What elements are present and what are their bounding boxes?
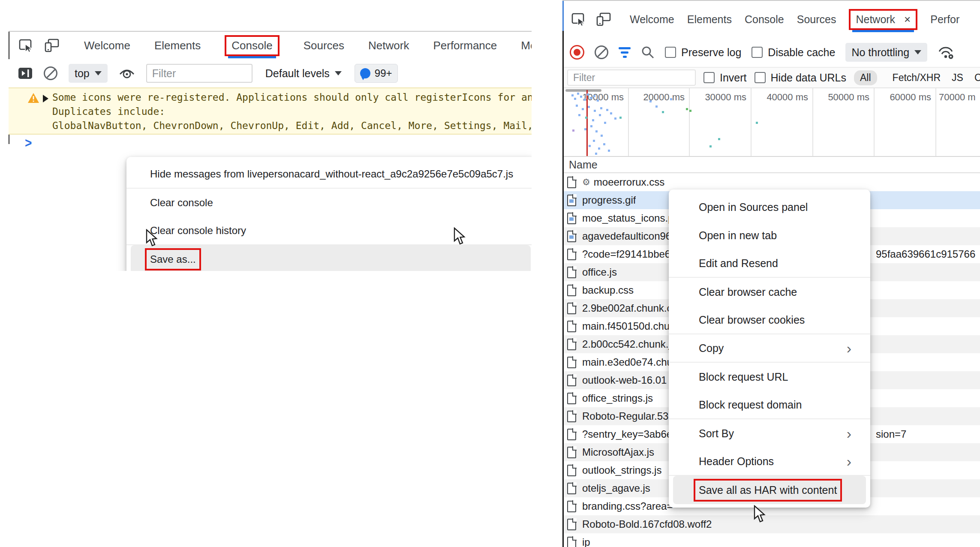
context-menu-item[interactable]: Clear browser cache [669, 278, 870, 306]
console-prompt-chevron[interactable]: > [25, 135, 32, 150]
inspect-element-icon[interactable] [19, 39, 33, 52]
request-name: oteljs_agave.js [582, 482, 650, 494]
invert-checkbox[interactable] [703, 72, 715, 83]
menu-item-label: Save as... [150, 253, 196, 265]
disable-cache-checkbox[interactable] [752, 47, 763, 58]
name-column-header[interactable]: Name [564, 157, 980, 173]
right-tab[interactable]: Elements [687, 13, 732, 26]
right-tab[interactable]: Perfor [930, 13, 959, 26]
hide-data-urls-group: Hide data URLs [755, 72, 846, 84]
file-icon [567, 411, 576, 422]
invert-label: Invert [720, 72, 747, 84]
timeline-tick-label: 30000 ms [686, 92, 746, 103]
menu-item-label: Clear console [150, 197, 213, 209]
timeline-tick-label: 70000 m [939, 92, 980, 103]
timeline-request-dot [595, 130, 598, 132]
request-type-filter[interactable]: Fetch/XHR [893, 72, 941, 84]
filter-all-pill[interactable]: All [854, 70, 877, 85]
throttling-dropdown[interactable]: No throttling [845, 43, 927, 62]
context-menu-item[interactable]: Header Options › [669, 448, 870, 476]
search-icon[interactable] [641, 45, 655, 59]
warning-line-2: Duplicates include: [52, 106, 165, 117]
context-selector[interactable]: top [69, 64, 108, 83]
file-icon [567, 249, 576, 260]
network-overview-timeline[interactable]: 10000 ms20000 ms30000 ms40000 ms50000 ms… [564, 88, 980, 157]
request-type-filter[interactable]: C [974, 72, 980, 84]
left-tab[interactable]: Welcome [84, 39, 130, 52]
context-menu-item[interactable]: Clear console [126, 189, 532, 217]
context-menu-item[interactable]: Open in Sources panel [669, 193, 870, 221]
device-toolbar-icon[interactable] [596, 12, 611, 26]
tab-label: Network [368, 39, 409, 52]
context-menu-item[interactable]: Block request domain [669, 391, 870, 419]
left-tab[interactable]: Console [225, 35, 279, 56]
device-toolbar-icon[interactable] [45, 39, 59, 52]
left-tab[interactable]: Elements [154, 39, 201, 52]
timeline-request-dot [576, 105, 578, 107]
menu-item-label: Edit and Resend [699, 257, 778, 270]
context-menu-item[interactable]: Sort By › [669, 419, 870, 448]
hide-data-urls-checkbox[interactable] [755, 72, 766, 83]
right-tabs: Welcome Elements Console Sources [630, 9, 959, 30]
context-menu-item[interactable]: Open in new tab [669, 221, 870, 249]
request-row[interactable]: ⚙ moeerrorux.css [564, 173, 980, 191]
request-row[interactable]: Roboto-Bold.167cfd08.woff2 [564, 515, 980, 533]
right-tab[interactable]: Console [745, 13, 784, 26]
console-sidebar-icon[interactable] [18, 67, 33, 79]
right-tab[interactable]: Welcome [630, 13, 674, 26]
live-expression-eye-icon[interactable] [119, 67, 135, 79]
context-menu-item[interactable]: Clear console history [126, 217, 532, 245]
clear-network-log-icon[interactable] [595, 45, 608, 59]
expand-triangle-icon[interactable] [43, 95, 48, 102]
request-name: ?code=f29141bbe6 [582, 248, 670, 260]
left-tab[interactable]: Sources [304, 39, 344, 52]
tab-label: Network [856, 13, 895, 25]
disable-cache-label: Disable cache [768, 46, 835, 59]
right-tab-bar: Welcome Elements Console Sources [564, 1, 980, 38]
log-levels-dropdown[interactable]: Default levels [265, 67, 342, 80]
record-network-log-icon[interactable] [570, 45, 584, 60]
clear-console-icon[interactable] [44, 66, 57, 80]
context-menu-item[interactable]: Clear browser cookies [669, 306, 870, 334]
context-menu-item[interactable]: Hide messages from livepersonacard_witho… [126, 160, 532, 189]
warning-line-1: Some icons were re-registered. Applicati… [52, 92, 532, 103]
timeline-request-dot [686, 108, 688, 110]
request-name: outlook-web-16.01 [582, 374, 667, 386]
filter-funnel-icon[interactable] [619, 47, 631, 58]
invert-group: Invert [703, 72, 747, 84]
left-tab[interactable]: Performance [433, 39, 497, 52]
timeline-request-dot [578, 114, 580, 116]
timeline-request-dot [718, 138, 720, 140]
network-filter-input[interactable] [567, 69, 696, 86]
issues-count: 99+ [375, 67, 392, 79]
context-menu-item[interactable]: Block request URL [669, 363, 870, 391]
issues-badge[interactable]: 99+ [355, 64, 398, 83]
menu-item-label: Clear console history [150, 225, 246, 237]
context-menu-item[interactable]: Save as... [131, 245, 531, 271]
left-tab[interactable]: Memory [521, 39, 532, 52]
timeline-request-dot [589, 145, 591, 147]
inspect-element-icon[interactable] [571, 12, 586, 26]
request-name: outlook_strings.js [582, 464, 661, 476]
timeline-request-dot [662, 111, 664, 113]
tab-label: Console [231, 39, 272, 52]
timeline-request-dot [588, 106, 590, 108]
file-icon [567, 447, 576, 458]
network-conditions-wifi-icon[interactable] [938, 45, 955, 60]
context-menu-item[interactable]: Edit and Resend [669, 249, 870, 278]
tab-close-icon[interactable]: × [904, 13, 911, 26]
left-tab[interactable]: Network [368, 39, 409, 52]
right-tab[interactable]: Sources [797, 13, 836, 26]
request-name: moeerrorux.css [594, 176, 664, 188]
right-tab[interactable]: Network × [849, 9, 917, 30]
preserve-log-checkbox[interactable] [665, 47, 676, 58]
request-row[interactable]: ip [564, 533, 980, 547]
console-filter-input[interactable] [146, 64, 253, 83]
context-menu-item[interactable]: Copy › [669, 334, 870, 363]
request-name: 2.9be002af.chunk.c [582, 302, 672, 314]
request-type-filter[interactable]: JS [952, 72, 963, 84]
timeline-request-dot [592, 119, 594, 121]
context-menu-item[interactable]: Save all as HAR with content [673, 476, 866, 504]
file-icon [567, 375, 576, 386]
timeline-request-dot [582, 108, 584, 110]
